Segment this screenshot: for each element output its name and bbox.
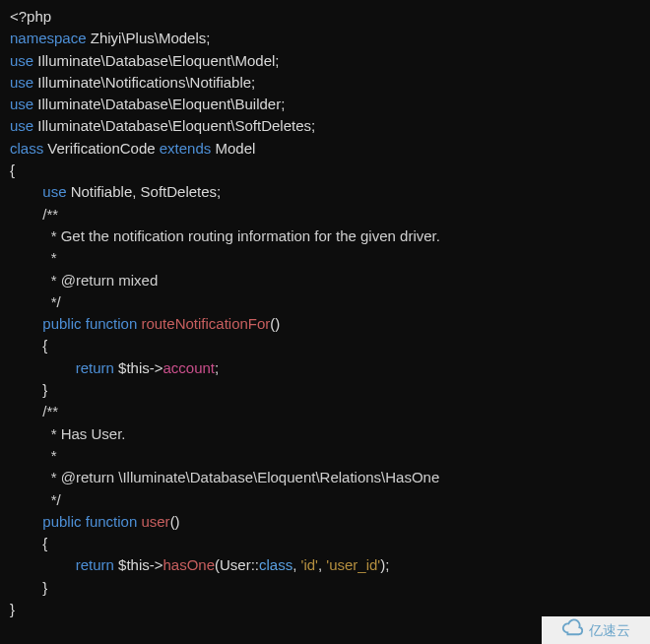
comment-line: /** (10, 401, 640, 422)
string-literal: 'user_id' (326, 556, 380, 573)
comment-line: * Get the notification routing informati… (10, 225, 640, 247)
kw-use: use (10, 96, 33, 112)
member-name: account (162, 359, 215, 376)
code-line: <?php (10, 6, 640, 28)
watermark-text: 亿速云 (589, 619, 630, 641)
code-line: class VerificationCode extends Model (10, 138, 640, 160)
code-line: } (10, 577, 640, 599)
comment-line: * (10, 445, 640, 467)
code-line: return $this->hasOne(User::class, 'id', … (10, 554, 640, 576)
comment-line: * @return mixed (10, 270, 640, 291)
kw-function: function (86, 513, 138, 530)
kw-return: return (76, 359, 114, 376)
code-line: public function routeNotificationFor() (10, 313, 640, 335)
code-line: use Illuminate\Database\Eloquent\Builder… (10, 94, 640, 115)
kw-function: function (86, 315, 138, 332)
kw-class-ref: class (259, 556, 292, 573)
code-line: } (10, 379, 640, 401)
code-line: return $this->account; (10, 357, 640, 379)
kw-return: return (76, 556, 114, 573)
code-line: public function user() (10, 511, 640, 533)
fn-name: routeNotificationFor (141, 315, 270, 332)
comment-line: * @return \Illuminate\Database\Eloquent\… (10, 467, 640, 488)
kw-use: use (10, 52, 33, 69)
kw-public: public (42, 315, 81, 332)
code-line: use Illuminate\Database\Eloquent\Model; (10, 50, 640, 72)
kw-use: use (10, 117, 33, 134)
member-name: hasOne (162, 556, 215, 573)
comment-line: * Has User. (10, 423, 640, 445)
code-line: { (10, 335, 640, 356)
code-line: { (10, 533, 640, 554)
comment-line: */ (10, 489, 640, 511)
code-line: use Illuminate\Notifications\Notifiable; (10, 72, 640, 94)
kw-public: public (42, 513, 81, 530)
comment-line: /** (10, 204, 640, 225)
kw-extends: extends (160, 140, 212, 157)
php-open-tag: <?php (10, 8, 51, 25)
kw-namespace: namespace (10, 30, 87, 46)
code-line: use Illuminate\Database\Eloquent\SoftDel… (10, 115, 640, 137)
comment-line: * (10, 247, 640, 269)
code-line: use Notifiable, SoftDeletes; (10, 181, 640, 203)
fn-name: user (141, 513, 169, 530)
cloud-icon (561, 616, 583, 644)
kw-use: use (10, 74, 33, 91)
code-block: <?php namespace Zhiyi\Plus\Models; use I… (10, 6, 640, 620)
kw-use: use (42, 183, 66, 200)
comment-line: */ (10, 291, 640, 313)
code-line: namespace Zhiyi\Plus\Models; (10, 28, 640, 49)
watermark: 亿速云 (542, 616, 650, 644)
code-line: { (10, 160, 640, 181)
kw-class: class (10, 140, 43, 157)
string-literal: 'id' (301, 556, 318, 573)
